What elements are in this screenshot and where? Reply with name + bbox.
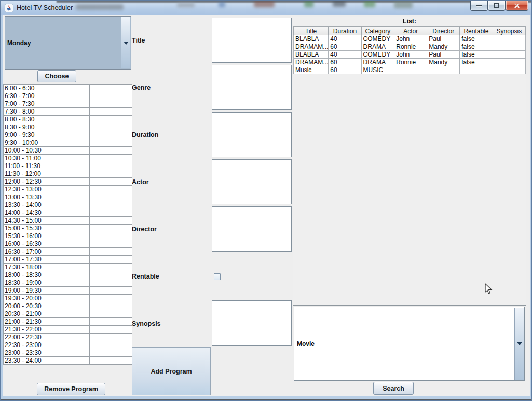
choose-button[interactable]: Choose (37, 70, 76, 82)
list-cell[interactable]: BLABLA (294, 35, 329, 43)
schedule-cell[interactable] (90, 248, 132, 256)
time-slot-label[interactable]: 10:30 - 11:00 (4, 155, 47, 162)
schedule-cell[interactable] (47, 155, 90, 162)
remove-program-button[interactable]: Remove Program (37, 383, 105, 395)
list-cell[interactable]: MUSIC (361, 66, 394, 74)
schedule-cell[interactable] (90, 295, 132, 302)
schedule-row[interactable]: 6:30 - 7:00 (4, 92, 132, 100)
schedule-cell[interactable] (90, 271, 132, 279)
minimize-button[interactable] (470, 1, 488, 11)
time-slot-label[interactable]: 9:30 - 10:00 (4, 139, 47, 147)
list-cell[interactable] (427, 66, 460, 74)
schedule-cell[interactable] (47, 139, 90, 147)
schedule-cell[interactable] (47, 123, 90, 131)
list-cell[interactable]: DRAMA (361, 59, 394, 66)
schedule-cell[interactable] (47, 232, 90, 240)
schedule-cell[interactable] (47, 147, 90, 155)
time-slot-label[interactable]: 11:30 - 12:00 (4, 170, 47, 178)
day-combobox[interactable]: Monday (5, 16, 131, 70)
schedule-cell[interactable] (90, 100, 132, 108)
schedule-cell[interactable] (47, 170, 90, 178)
schedule-cell[interactable] (90, 264, 132, 271)
schedule-cell[interactable] (90, 302, 132, 310)
schedule-row[interactable]: 14:30 - 15:00 (4, 217, 132, 225)
schedule-row[interactable]: 14:00 - 14:30 (4, 209, 132, 217)
list-cell[interactable]: 60 (329, 43, 361, 51)
schedule-cell[interactable] (47, 287, 90, 295)
schedule-row[interactable]: 15:30 - 16:00 (4, 232, 132, 240)
list-column-header[interactable]: Director (427, 27, 460, 35)
schedule-row[interactable]: 18:00 - 18:30 (4, 271, 132, 279)
list-cell[interactable]: DRAMA (361, 43, 394, 51)
time-slot-label[interactable]: 18:00 - 18:30 (4, 271, 47, 279)
schedule-cell[interactable] (90, 240, 132, 248)
list-column-header[interactable]: Actor (394, 27, 427, 35)
schedule-row[interactable]: 9:00 - 9:30 (4, 131, 132, 139)
schedule-cell[interactable] (47, 92, 90, 100)
synopsis-input[interactable] (212, 300, 292, 346)
time-slot-label[interactable]: 6:30 - 7:00 (4, 92, 47, 100)
list-cell[interactable]: Paul (427, 35, 460, 43)
list-cell[interactable]: COMEDY (361, 51, 394, 59)
schedule-cell[interactable] (47, 186, 90, 193)
schedule-cell[interactable] (90, 116, 132, 123)
schedule-cell[interactable] (90, 357, 132, 365)
list-row[interactable]: BLABLA40COMEDYJohnPaulfalse (294, 35, 526, 43)
schedule-row[interactable]: 21:00 - 21:30 (4, 318, 132, 326)
schedule-cell[interactable] (90, 139, 132, 147)
schedule-cell[interactable] (47, 318, 90, 326)
list-cell[interactable]: false (460, 51, 493, 59)
time-slot-label[interactable]: 20:00 - 20:30 (4, 302, 47, 310)
time-slot-label[interactable]: 15:00 - 15:30 (4, 225, 47, 232)
add-program-button[interactable]: Add Program (132, 347, 211, 395)
time-slot-label[interactable]: 21:30 - 22:00 (4, 326, 47, 334)
list-row[interactable]: Music60MUSIC (294, 66, 526, 74)
schedule-cell[interactable] (47, 131, 90, 139)
schedule-row[interactable]: 12:00 - 12:30 (4, 178, 132, 186)
time-slot-label[interactable]: 23:00 - 23:30 (4, 349, 47, 357)
time-slot-label[interactable]: 19:00 - 19:30 (4, 287, 47, 295)
time-slot-label[interactable]: 17:30 - 18:00 (4, 264, 47, 271)
schedule-cell[interactable] (90, 209, 132, 217)
schedule-cell[interactable] (47, 193, 90, 201)
schedule-cell[interactable] (90, 170, 132, 178)
list-cell[interactable]: DRAMAM... (294, 43, 329, 51)
schedule-cell[interactable] (90, 85, 132, 92)
schedule-cell[interactable] (90, 232, 132, 240)
list-column-header[interactable]: Rentable (460, 27, 493, 35)
list-cell[interactable]: Paul (427, 51, 460, 59)
list-cell[interactable] (493, 43, 525, 51)
schedule-cell[interactable] (90, 225, 132, 232)
list-cell[interactable]: DRAMAM... (294, 59, 329, 66)
duration-input[interactable] (212, 112, 292, 157)
schedule-cell[interactable] (47, 334, 90, 341)
list-cell[interactable]: Mandy (427, 59, 460, 66)
schedule-cell[interactable] (47, 240, 90, 248)
title-input[interactable] (212, 18, 292, 63)
time-slot-label[interactable]: 23:30 - 24:00 (4, 357, 47, 365)
schedule-row[interactable]: 12:30 - 13:00 (4, 186, 132, 193)
schedule-cell[interactable] (90, 310, 132, 318)
time-slot-label[interactable]: 22:30 - 23:00 (4, 341, 47, 349)
schedule-cell[interactable] (47, 302, 90, 310)
schedule-cell[interactable] (90, 178, 132, 186)
schedule-cell[interactable] (47, 162, 90, 170)
schedule-cell[interactable] (47, 341, 90, 349)
list-cell[interactable]: false (460, 59, 493, 66)
schedule-row[interactable]: 6:00 - 6:30 (4, 85, 132, 92)
schedule-cell[interactable] (47, 217, 90, 225)
list-cell[interactable]: 60 (329, 59, 361, 66)
schedule-cell[interactable] (47, 100, 90, 108)
schedule-cell[interactable] (47, 85, 90, 92)
list-row[interactable]: BLABLA40COMEDYJohnPaulfalse (294, 51, 526, 59)
time-slot-label[interactable]: 12:00 - 12:30 (4, 178, 47, 186)
schedule-row[interactable]: 20:30 - 21:00 (4, 310, 132, 318)
schedule-cell[interactable] (47, 310, 90, 318)
list-column-header[interactable]: Synopsis (493, 27, 525, 35)
list-cell[interactable]: false (460, 35, 493, 43)
schedule-cell[interactable] (47, 295, 90, 302)
schedule-row[interactable]: 9:30 - 10:00 (4, 139, 132, 147)
list-cell[interactable]: COMEDY (361, 35, 394, 43)
time-slot-label[interactable]: 12:30 - 13:00 (4, 186, 47, 193)
schedule-row[interactable]: 21:30 - 22:00 (4, 326, 132, 334)
